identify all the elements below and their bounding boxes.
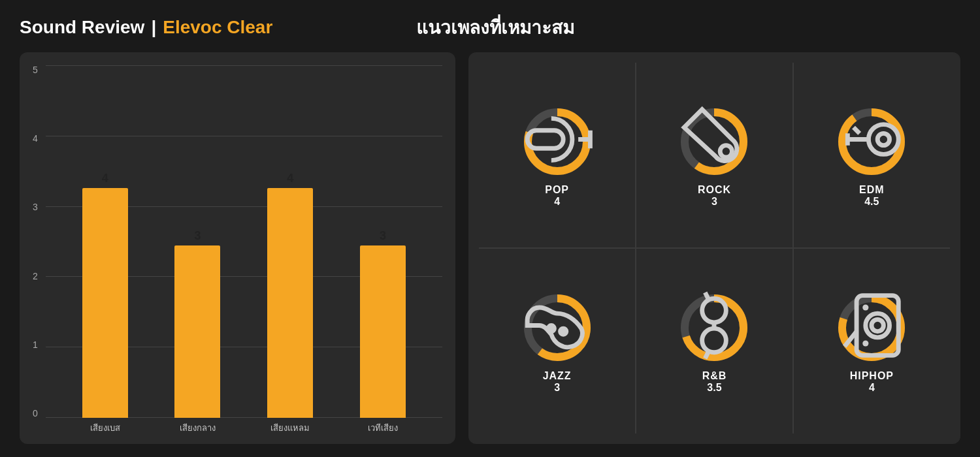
svg-rect-25 xyxy=(857,295,898,355)
donut-chart xyxy=(678,106,750,178)
title-right: แนวเพลงที่เหมาะสม xyxy=(416,13,574,42)
svg-point-18 xyxy=(702,328,727,353)
bar-value-label: 4 xyxy=(102,172,108,185)
x-labels: เสียงเบสเสียงกลางเสียงแหลมเวทีเสียง xyxy=(46,418,442,437)
y-axis-label: 4 xyxy=(33,134,38,143)
y-axis: 012345 xyxy=(33,65,46,437)
genre-name: HIPHOP xyxy=(850,370,894,382)
donut-chart xyxy=(836,106,907,178)
genre-grid: POP4 ROCK3 EDM4.5 JAZZ3 R&B3.5 HIPHOP4 xyxy=(468,52,960,444)
genre-icon xyxy=(836,103,907,180)
x-axis-label: เสียงแหลม xyxy=(244,421,336,435)
genre-name: JAZZ xyxy=(543,370,572,382)
genre-score: 3 xyxy=(554,382,560,394)
svg-point-10 xyxy=(877,133,889,145)
genre-cell: HIPHOP4 xyxy=(793,248,950,433)
y-axis-label: 0 xyxy=(33,409,38,418)
svg-line-21 xyxy=(706,352,709,358)
y-axis-label: 2 xyxy=(33,272,38,281)
y-axis-label: 1 xyxy=(33,340,38,349)
donut-chart xyxy=(836,292,907,364)
page-header: Sound Review | Elevoc Clear แนวเพลงที่เห… xyxy=(20,13,960,42)
donut-chart xyxy=(678,292,750,364)
bar-value-label: 4 xyxy=(287,172,293,185)
bar xyxy=(174,245,220,418)
genre-cell: R&B3.5 xyxy=(636,248,792,433)
bar-group: 3 xyxy=(165,229,230,418)
svg-point-9 xyxy=(869,124,899,154)
genre-score: 4 xyxy=(554,196,560,208)
genre-name: ROCK xyxy=(698,184,731,196)
genre-icon xyxy=(521,103,593,180)
genre-score: 4 xyxy=(869,382,875,394)
donut-chart xyxy=(521,292,593,364)
x-axis-label: เสียงเบส xyxy=(59,421,152,435)
genre-cell: EDM4.5 xyxy=(793,63,950,248)
svg-point-27 xyxy=(872,319,883,331)
genre-icon xyxy=(836,289,907,366)
bar xyxy=(267,188,313,418)
genre-icon xyxy=(678,103,750,180)
genre-cell: ROCK3 xyxy=(636,63,792,248)
x-axis-label: เสียงกลาง xyxy=(152,421,244,435)
bar-chart-panel: 012345 4343 เสียงเบสเสียงกลางเสียงแหลมเว… xyxy=(20,52,455,444)
svg-line-11 xyxy=(854,127,860,133)
chart-area: 012345 4343 เสียงเบสเสียงกลางเสียงแหลมเว… xyxy=(33,65,442,437)
y-axis-label: 5 xyxy=(33,65,38,74)
bar-group: 4 xyxy=(257,172,323,418)
title-brand: Elevoc Clear xyxy=(163,17,272,38)
genre-score: 3.5 xyxy=(707,382,721,394)
svg-line-22 xyxy=(706,292,709,298)
title-main: Sound Review xyxy=(20,17,144,38)
svg-point-6 xyxy=(721,145,732,157)
genre-cell: POP4 xyxy=(479,63,636,248)
bar-group: 4 xyxy=(73,172,138,418)
bars-container: 4343 xyxy=(46,65,442,418)
donut-chart xyxy=(521,106,593,178)
bar-group: 3 xyxy=(350,229,416,418)
y-axis-label: 3 xyxy=(33,202,38,212)
svg-point-15 xyxy=(560,328,566,334)
genre-name: R&B xyxy=(702,370,727,382)
chart-inner: 4343 เสียงเบสเสียงกลางเสียงแหลมเวทีเสียง xyxy=(46,65,442,437)
genre-name: EDM xyxy=(859,184,885,196)
genre-score: 4.5 xyxy=(864,196,879,208)
content-row: 012345 4343 เสียงเบสเสียงกลางเสียงแหลมเว… xyxy=(20,52,960,444)
x-axis-label: เวทีเสียง xyxy=(336,421,429,435)
title-separator: | xyxy=(151,17,156,38)
svg-point-19 xyxy=(702,298,727,323)
svg-point-14 xyxy=(548,325,554,331)
bar-value-label: 3 xyxy=(194,229,201,243)
bar-value-label: 3 xyxy=(380,229,386,243)
genre-icon xyxy=(678,289,750,366)
genre-score: 3 xyxy=(711,196,717,208)
bar xyxy=(82,188,128,418)
bar xyxy=(360,245,406,418)
genre-name: POP xyxy=(545,184,569,196)
genre-cell: JAZZ3 xyxy=(479,248,636,433)
genre-icon xyxy=(521,289,593,366)
